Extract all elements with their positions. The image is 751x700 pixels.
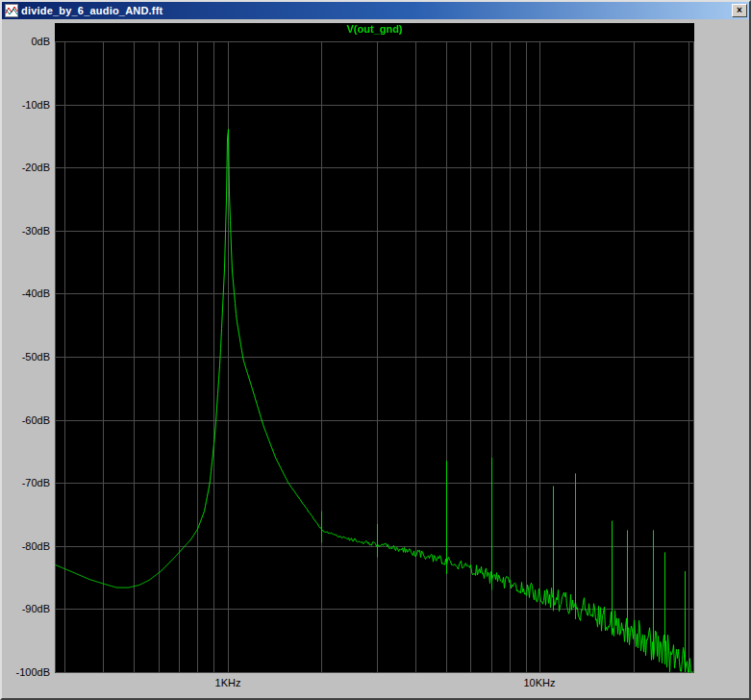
titlebar[interactable]: divide_by_6_audio_AND.fft ×	[2, 2, 749, 19]
y-axis-label: -40dB	[2, 287, 50, 300]
y-axis-label: -90dB	[2, 602, 50, 615]
plot-canvas[interactable]	[55, 23, 694, 673]
close-icon: ×	[737, 5, 742, 15]
x-axis-label: 10KHz	[506, 676, 573, 689]
x-axis-label: 1KHz	[194, 676, 262, 689]
y-axis-label: -10dB	[2, 98, 50, 112]
y-axis-label: -30dB	[2, 224, 50, 238]
app-icon	[5, 4, 18, 17]
close-button[interactable]: ×	[732, 4, 747, 17]
plot-pane[interactable]: V(out_gnd)	[55, 23, 694, 673]
y-axis-label: -100dB	[2, 665, 50, 679]
y-axis-label: -20dB	[2, 161, 50, 174]
y-axis-label: -60dB	[2, 413, 50, 427]
trace-label[interactable]: V(out_gnd)	[55, 23, 694, 35]
y-axis-label: -70dB	[2, 476, 50, 489]
y-axis-label: 0dB	[2, 35, 50, 48]
window-title: divide_by_6_audio_AND.fft	[21, 5, 732, 16]
y-axis-label: -50dB	[2, 350, 50, 363]
y-axis-label: -80dB	[2, 539, 50, 553]
app-window: divide_by_6_audio_AND.fft × V(out_gnd) 0…	[0, 0, 751, 700]
plot-client-area: V(out_gnd) 0dB-10dB-20dB-30dB-40dB-50dB-…	[2, 19, 749, 698]
